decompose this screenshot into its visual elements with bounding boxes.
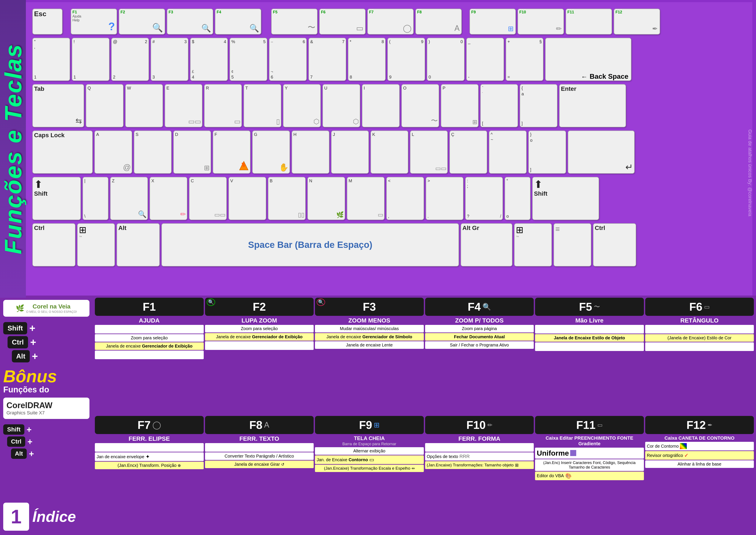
key-f10[interactable]: F10 ✏ [518, 9, 564, 35]
fkey-f2-title: LUPA ZOOM [205, 317, 314, 324]
fkey-f5-cell: F5 〜 Mão Livre Janela de Encaixe Estilo … [535, 298, 644, 415]
fkey-f8-header: F8 A [205, 416, 314, 434]
key-k[interactable]: K [370, 130, 408, 174]
key-comma[interactable]: < , [386, 177, 424, 220]
key-w[interactable]: W [125, 84, 163, 127]
key-period[interactable]: > . [426, 177, 464, 220]
key-i[interactable]: I [362, 84, 400, 127]
corel-logo-name: Corel na Veia [26, 303, 77, 310]
key-tab[interactable]: Tab ⇆ [32, 84, 84, 127]
key-enter[interactable]: Enter [559, 84, 626, 127]
key-cedilla[interactable]: Ç [449, 130, 487, 174]
key-slash[interactable]: : ; ? / [465, 177, 503, 220]
fkey-f1-title: AJUDA [95, 317, 204, 324]
fkey-f8-cell: F8 A FERR. TEXTO Converter Texto Parágra… [205, 416, 314, 533]
key-c[interactable]: C ▭▭ [189, 177, 227, 220]
fkey-f4-header: F4 🔍 [425, 298, 534, 316]
key-ctrl-left[interactable]: Ctrl [32, 223, 75, 267]
key-f1[interactable]: F1 Ajuda Help ? [71, 9, 117, 35]
key-n[interactable]: N 🌿 [308, 177, 345, 220]
fkey-f9-subtitle: Barra de Espaço para Retornar [315, 442, 424, 446]
key-f6[interactable]: F6 ▭ [319, 9, 365, 35]
key-d[interactable]: D ⊞ [173, 130, 211, 174]
key-capslock[interactable]: Caps Lock [32, 130, 93, 174]
key-8[interactable]: * 8 8 [348, 38, 386, 81]
key-shift-right[interactable]: ⬆ Shift [532, 177, 599, 220]
coreldraw-sub: Graphics Suite X7 [7, 410, 86, 416]
key-a[interactable]: A @ [94, 130, 132, 174]
key-f2[interactable]: F2 🔍 [119, 9, 165, 35]
key-ctrl-right[interactable]: Ctrl [593, 223, 636, 267]
bottom-row: Ctrl ⊞ ™ Alt Space Bar (Barra de Espaço)… [32, 223, 636, 267]
key-f5[interactable]: F5 〜 [271, 9, 317, 35]
key-f11[interactable]: F11 [566, 9, 612, 35]
vertical-title: Funções e Teclas [0, 0, 26, 298]
key-s[interactable]: S [134, 130, 172, 174]
key-m[interactable]: M ▭ [347, 177, 385, 220]
key-h[interactable]: H [292, 130, 329, 174]
key-r[interactable]: R ▭ [204, 84, 242, 127]
key-equal[interactable]: + § = [506, 38, 543, 81]
fkey-f4-title: ZOOM P/ TODOS [425, 317, 534, 324]
key-p[interactable]: P ⊞ [441, 84, 478, 127]
key-u[interactable]: U ⬡ [322, 84, 360, 127]
key-brace-right[interactable]: } o ] [528, 130, 566, 174]
key-1[interactable]: ! 1 [72, 38, 110, 81]
key-9[interactable]: ( 9 9 [387, 38, 425, 81]
coreldraw-logo-box: CorelDRAW Graphics Suite X7 [3, 398, 90, 419]
key-alt-left[interactable]: Alt [117, 223, 160, 267]
key-win-left[interactable]: ⊞ ™ [77, 223, 115, 267]
key-g[interactable]: G ✋ [252, 130, 290, 174]
key-caret[interactable]: ^ ~ [489, 130, 526, 174]
key-win-right[interactable]: ⊞ ™ [514, 223, 552, 267]
key-minus[interactable]: _ - [466, 38, 504, 81]
key-f12[interactable]: F12 ✒ [614, 9, 660, 35]
key-altgr[interactable]: Alt Gr [461, 223, 512, 267]
key-enter-bottom[interactable]: ↵ [568, 130, 634, 174]
key-j[interactable]: J [331, 130, 369, 174]
asdf-row: Caps Lock A @ S D ⊞ F [32, 130, 634, 174]
key-6[interactable]: ·· 6 ¬ 6 [269, 38, 307, 81]
key-l[interactable]: L ▭▭ [410, 130, 448, 174]
key-y[interactable]: Y ⬡ [283, 84, 321, 127]
key-shift-left[interactable]: ⬆ Shift [32, 177, 81, 220]
key-f9[interactable]: F9 ⊞ [470, 9, 516, 35]
key-f3[interactable]: F3 🔍 [167, 9, 213, 35]
key-0[interactable]: ) 0 0 [427, 38, 465, 81]
key-x[interactable]: X ✏ [149, 177, 187, 220]
key-e[interactable]: E ▭▭ [165, 84, 202, 127]
key-f4[interactable]: F4 🔍 [215, 9, 261, 35]
key-t[interactable]: T ▯ [244, 84, 281, 127]
key-2[interactable]: @ 2 2 [111, 38, 149, 81]
corel-logo-box: 🌿 Corel na Veia O MEU, O SEU, O NOSSO ES… [3, 300, 90, 317]
key-extra[interactable]: ° o [505, 177, 530, 220]
fkey-f7-title: FERR. ELIPSE [95, 435, 204, 442]
key-4[interactable]: $ 4 £ 4 [190, 38, 228, 81]
fkey-grid: F1 AJUDA Zoom para seleção Janela de enc… [93, 296, 756, 535]
fkey-f11-header: F11 ▭ [535, 416, 644, 434]
key-backspace[interactable]: ← Back Space [545, 38, 632, 81]
shift-key-display: Shift [3, 322, 27, 334]
key-bracket-right[interactable]: { a ] [520, 84, 557, 127]
key-space[interactable]: Space Bar (Barra de Espaço) [161, 223, 459, 267]
key-v[interactable]: V [229, 177, 266, 220]
key-f8[interactable]: F8 A [416, 9, 462, 35]
key-7[interactable]: & 7 7 [309, 38, 346, 81]
key-tilde[interactable]: " , 1 [32, 38, 70, 81]
key-backslash[interactable]: | \ [83, 177, 108, 220]
key-f7[interactable]: F7 ◯ [367, 9, 414, 35]
key-f[interactable]: F [213, 130, 251, 174]
key-bracket-left[interactable]: ` · [ [480, 84, 518, 127]
key-menu[interactable]: ≡ [554, 223, 591, 267]
fkey-f10-cell: F10 ✏ FERR. FORMA Opções de texto RRR (J… [425, 416, 534, 533]
fkey-f7-header: F7 ◯ [95, 416, 204, 434]
key-5[interactable]: % 5 ¢ 5 [230, 38, 267, 81]
key-q[interactable]: Q [86, 84, 123, 127]
key-3[interactable]: # 3 3 [151, 38, 188, 81]
key-o[interactable]: O 〜 [401, 84, 439, 127]
fkey-f6-cell: F6 ▭ RETÂNGULO (Janela de Encaixe) Estil… [645, 298, 754, 415]
fkey-f4-cell: F4 🔍 ZOOM P/ TODOS Zoom para página Fech… [425, 298, 534, 415]
key-esc[interactable]: Esc [32, 9, 63, 35]
key-z[interactable]: Z 🔍 [110, 177, 148, 220]
key-b[interactable]: B ▯▯ [268, 177, 306, 220]
